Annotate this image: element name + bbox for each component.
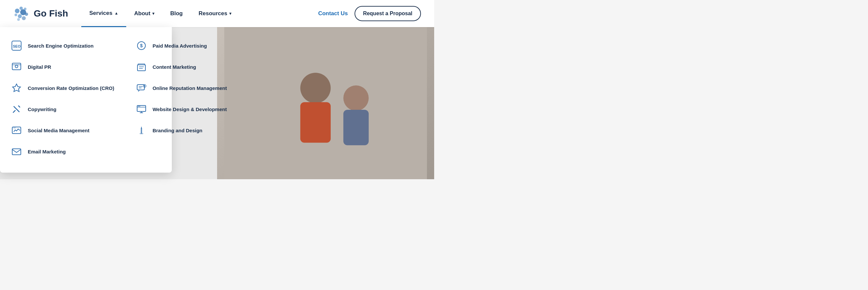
svg-point-2 <box>14 13 17 16</box>
svg-rect-21 <box>137 65 145 71</box>
svg-point-38 <box>300 73 331 103</box>
email-icon <box>10 145 23 157</box>
svg-point-8 <box>22 16 26 20</box>
resources-chevron-icon: ▾ <box>229 11 231 16</box>
pr-label: Digital PR <box>28 64 51 70</box>
logo-icon <box>13 5 30 22</box>
header: Go Fish Services ▲ About ▾ Blog Resource… <box>0 0 434 27</box>
web-label: Website Design & Development <box>153 107 227 112</box>
svg-line-15 <box>13 111 15 112</box>
social-icon <box>10 124 23 136</box>
svg-point-7 <box>17 18 20 21</box>
email-label: Email Marketing <box>28 149 66 154</box>
seo-icon: SEO <box>10 40 23 52</box>
dropdown-right-col: $ Paid Media Advertising Content Marketi… <box>125 35 238 162</box>
orm-icon <box>135 82 147 94</box>
brand-name: Go Fish <box>34 8 68 19</box>
pr-icon <box>10 61 23 73</box>
content-icon <box>135 61 147 73</box>
dropdown-item-paid[interactable]: $ Paid Media Advertising <box>125 35 238 56</box>
svg-point-4 <box>18 14 22 18</box>
social-label: Social Media Management <box>28 128 90 133</box>
paid-icon: $ <box>135 40 147 52</box>
web-icon <box>135 103 147 115</box>
paid-label: Paid Media Advertising <box>153 43 207 49</box>
brand-label: Branding and Design <box>153 128 203 133</box>
copy-label: Copywriting <box>28 107 57 112</box>
cro-label: Conversion Rate Optimization (CRO) <box>28 85 114 91</box>
services-chevron-icon: ▲ <box>114 11 118 16</box>
dropdown-item-web[interactable]: Website Design & Development <box>125 98 238 120</box>
hero-image <box>217 27 434 179</box>
about-chevron-icon: ▾ <box>152 11 154 16</box>
svg-point-31 <box>138 106 138 107</box>
svg-text:SEO: SEO <box>13 44 21 48</box>
services-dropdown: SEO Search Engine Optimization Digital P… <box>0 27 172 173</box>
dropdown-item-copy[interactable]: Copywriting <box>0 98 125 120</box>
dropdown-item-cro[interactable]: Conversion Rate Optimization (CRO) <box>0 77 125 98</box>
nav-resources[interactable]: Resources ▾ <box>191 0 239 27</box>
dropdown-left-col: SEO Search Engine Optimization Digital P… <box>0 35 125 162</box>
nav-right: Contact Us Request a Proposal <box>318 6 421 21</box>
svg-point-12 <box>15 65 18 68</box>
svg-point-28 <box>145 87 145 87</box>
svg-rect-11 <box>12 63 21 70</box>
copy-icon <box>10 103 23 115</box>
dropdown-item-orm[interactable]: Online Reputation Management <box>125 77 238 98</box>
svg-text:$: $ <box>140 43 143 48</box>
svg-point-5 <box>24 8 26 10</box>
svg-point-32 <box>139 106 140 107</box>
svg-point-0 <box>15 8 20 13</box>
svg-rect-35 <box>141 128 142 134</box>
nav-blog[interactable]: Blog <box>162 0 191 27</box>
cro-icon <box>10 82 23 94</box>
svg-point-6 <box>25 12 28 16</box>
nav-services[interactable]: Services ▲ <box>81 0 126 27</box>
svg-rect-41 <box>343 110 369 145</box>
contact-us-link[interactable]: Contact Us <box>318 10 348 17</box>
dropdown-item-seo[interactable]: SEO Search Engine Optimization <box>0 35 125 56</box>
dropdown-item-email[interactable]: Email Marketing <box>0 141 125 162</box>
logo-link[interactable]: Go Fish <box>13 5 68 22</box>
svg-point-36 <box>140 133 144 134</box>
svg-rect-18 <box>12 149 21 155</box>
svg-point-40 <box>343 85 369 111</box>
svg-rect-39 <box>300 102 331 143</box>
dropdown-item-brand[interactable]: Branding and Design <box>125 120 238 141</box>
dropdown-item-content[interactable]: Content Marketing <box>125 56 238 77</box>
seo-label: Search Engine Optimization <box>28 43 94 49</box>
dropdown-grid: SEO Search Engine Optimization Digital P… <box>0 35 172 162</box>
dropdown-item-social[interactable]: Social Media Management <box>0 120 125 141</box>
main-nav: Services ▲ About ▾ Blog Resources ▾ <box>81 0 318 27</box>
content-label: Content Marketing <box>153 64 196 70</box>
orm-label: Online Reputation Management <box>153 85 227 91</box>
svg-rect-17 <box>13 128 16 128</box>
nav-about[interactable]: About ▾ <box>126 0 162 27</box>
request-proposal-button[interactable]: Request a Proposal <box>354 6 421 21</box>
dropdown-item-pr[interactable]: Digital PR <box>0 56 125 77</box>
brand-icon <box>135 124 147 136</box>
